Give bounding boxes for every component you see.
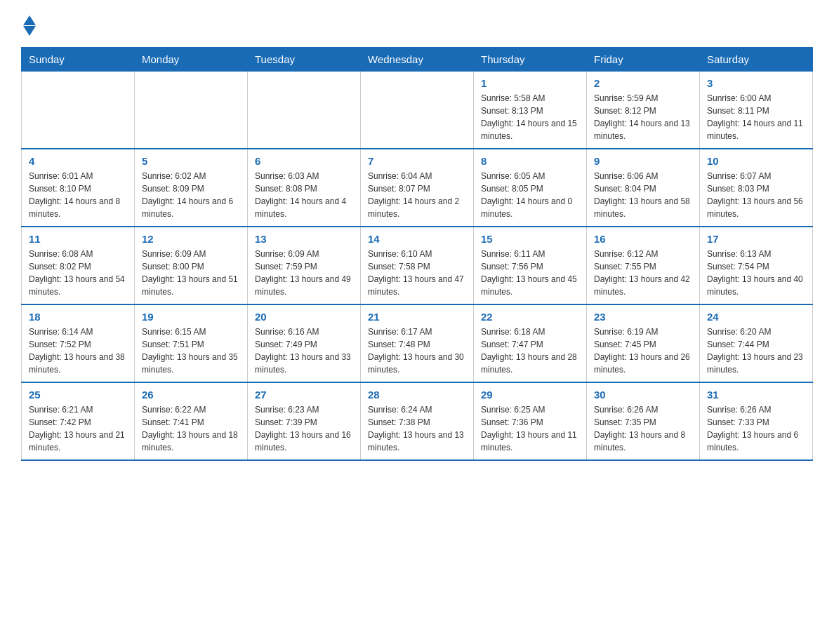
day-number: 10 (707, 155, 805, 167)
day-info: Sunrise: 6:03 AMSunset: 8:08 PMDaylight:… (255, 170, 353, 220)
day-info: Sunrise: 6:04 AMSunset: 8:07 PMDaylight:… (368, 170, 466, 220)
day-info: Sunrise: 6:07 AMSunset: 8:03 PMDaylight:… (707, 170, 805, 220)
day-number: 21 (368, 311, 466, 323)
weekday-header-wednesday: Wednesday (361, 48, 474, 72)
calendar-cell: 13Sunrise: 6:09 AMSunset: 7:59 PMDayligh… (248, 227, 361, 304)
day-info: Sunrise: 6:14 AMSunset: 7:52 PMDaylight:… (29, 326, 127, 376)
day-info: Sunrise: 6:21 AMSunset: 7:42 PMDaylight:… (29, 403, 127, 454)
day-number: 26 (142, 389, 240, 401)
day-number: 22 (481, 311, 579, 323)
day-info: Sunrise: 6:12 AMSunset: 7:55 PMDaylight:… (594, 248, 692, 298)
day-number: 5 (142, 155, 240, 167)
calendar-cell: 12Sunrise: 6:09 AMSunset: 8:00 PMDayligh… (135, 227, 248, 304)
calendar-cell: 20Sunrise: 6:16 AMSunset: 7:49 PMDayligh… (248, 304, 361, 382)
calendar-cell (248, 72, 361, 149)
weekday-header-row: SundayMondayTuesdayWednesdayThursdayFrid… (22, 48, 813, 72)
calendar-cell: 5Sunrise: 6:02 AMSunset: 8:09 PMDaylight… (135, 149, 248, 227)
logo (21, 14, 36, 36)
day-info: Sunrise: 6:09 AMSunset: 7:59 PMDaylight:… (255, 248, 353, 298)
weekday-header-friday: Friday (587, 48, 700, 72)
day-number: 24 (707, 311, 805, 323)
week-row-1: 1Sunrise: 5:58 AMSunset: 8:13 PMDaylight… (22, 72, 813, 149)
day-number: 12 (142, 233, 240, 245)
day-info: Sunrise: 6:20 AMSunset: 7:44 PMDaylight:… (707, 326, 805, 376)
calendar-cell: 31Sunrise: 6:26 AMSunset: 7:33 PMDayligh… (700, 382, 813, 460)
day-number: 29 (481, 389, 579, 401)
weekday-header-monday: Monday (135, 48, 248, 72)
calendar-cell: 30Sunrise: 6:26 AMSunset: 7:35 PMDayligh… (587, 382, 700, 460)
day-info: Sunrise: 6:24 AMSunset: 7:38 PMDaylight:… (368, 403, 466, 454)
day-number: 11 (29, 233, 127, 245)
day-number: 7 (368, 155, 466, 167)
calendar-cell: 8Sunrise: 6:05 AMSunset: 8:05 PMDaylight… (474, 149, 587, 227)
calendar-cell: 7Sunrise: 6:04 AMSunset: 8:07 PMDaylight… (361, 149, 474, 227)
day-number: 15 (481, 233, 579, 245)
day-info: Sunrise: 6:11 AMSunset: 7:56 PMDaylight:… (481, 248, 579, 298)
weekday-header-saturday: Saturday (700, 48, 813, 72)
day-number: 6 (255, 155, 353, 167)
day-info: Sunrise: 5:59 AMSunset: 8:12 PMDaylight:… (594, 92, 692, 142)
day-number: 1 (481, 77, 579, 89)
weekday-header-sunday: Sunday (22, 48, 135, 72)
day-info: Sunrise: 6:22 AMSunset: 7:41 PMDaylight:… (142, 403, 240, 454)
calendar-cell: 9Sunrise: 6:06 AMSunset: 8:04 PMDaylight… (587, 149, 700, 227)
calendar-cell: 26Sunrise: 6:22 AMSunset: 7:41 PMDayligh… (135, 382, 248, 460)
day-number: 3 (707, 77, 805, 89)
calendar-cell: 27Sunrise: 6:23 AMSunset: 7:39 PMDayligh… (248, 382, 361, 460)
calendar-cell: 15Sunrise: 6:11 AMSunset: 7:56 PMDayligh… (474, 227, 587, 304)
day-info: Sunrise: 6:17 AMSunset: 7:48 PMDaylight:… (368, 326, 466, 376)
calendar-cell: 24Sunrise: 6:20 AMSunset: 7:44 PMDayligh… (700, 304, 813, 382)
calendar-cell: 14Sunrise: 6:10 AMSunset: 7:58 PMDayligh… (361, 227, 474, 304)
day-number: 8 (481, 155, 579, 167)
calendar-cell (361, 72, 474, 149)
day-info: Sunrise: 5:58 AMSunset: 8:13 PMDaylight:… (481, 92, 579, 142)
calendar-table: SundayMondayTuesdayWednesdayThursdayFrid… (21, 47, 813, 461)
day-info: Sunrise: 6:25 AMSunset: 7:36 PMDaylight:… (481, 403, 579, 454)
calendar-cell: 2Sunrise: 5:59 AMSunset: 8:12 PMDaylight… (587, 72, 700, 149)
day-info: Sunrise: 6:00 AMSunset: 8:11 PMDaylight:… (707, 92, 805, 142)
day-info: Sunrise: 6:05 AMSunset: 8:05 PMDaylight:… (481, 170, 579, 220)
calendar-cell (22, 72, 135, 149)
day-number: 28 (368, 389, 466, 401)
calendar-cell: 11Sunrise: 6:08 AMSunset: 8:02 PMDayligh… (22, 227, 135, 304)
day-number: 17 (707, 233, 805, 245)
week-row-5: 25Sunrise: 6:21 AMSunset: 7:42 PMDayligh… (22, 382, 813, 460)
day-number: 25 (29, 389, 127, 401)
day-info: Sunrise: 6:19 AMSunset: 7:45 PMDaylight:… (594, 326, 692, 376)
week-row-4: 18Sunrise: 6:14 AMSunset: 7:52 PMDayligh… (22, 304, 813, 382)
weekday-header-thursday: Thursday (474, 48, 587, 72)
day-number: 30 (594, 389, 692, 401)
day-number: 13 (255, 233, 353, 245)
calendar-cell: 4Sunrise: 6:01 AMSunset: 8:10 PMDaylight… (22, 149, 135, 227)
day-number: 16 (594, 233, 692, 245)
day-number: 31 (707, 389, 805, 401)
calendar-cell (135, 72, 248, 149)
day-info: Sunrise: 6:09 AMSunset: 8:00 PMDaylight:… (142, 248, 240, 298)
day-info: Sunrise: 6:26 AMSunset: 7:33 PMDaylight:… (707, 403, 805, 454)
calendar-cell: 21Sunrise: 6:17 AMSunset: 7:48 PMDayligh… (361, 304, 474, 382)
page-header (21, 14, 813, 36)
day-info: Sunrise: 6:06 AMSunset: 8:04 PMDaylight:… (594, 170, 692, 220)
day-info: Sunrise: 6:18 AMSunset: 7:47 PMDaylight:… (481, 326, 579, 376)
day-number: 27 (255, 389, 353, 401)
day-number: 2 (594, 77, 692, 89)
day-info: Sunrise: 6:10 AMSunset: 7:58 PMDaylight:… (368, 248, 466, 298)
calendar-cell: 3Sunrise: 6:00 AMSunset: 8:11 PMDaylight… (700, 72, 813, 149)
calendar-cell: 1Sunrise: 5:58 AMSunset: 8:13 PMDaylight… (474, 72, 587, 149)
calendar-cell: 28Sunrise: 6:24 AMSunset: 7:38 PMDayligh… (361, 382, 474, 460)
calendar-cell: 23Sunrise: 6:19 AMSunset: 7:45 PMDayligh… (587, 304, 700, 382)
day-info: Sunrise: 6:23 AMSunset: 7:39 PMDaylight:… (255, 403, 353, 454)
weekday-header-tuesday: Tuesday (248, 48, 361, 72)
day-info: Sunrise: 6:13 AMSunset: 7:54 PMDaylight:… (707, 248, 805, 298)
day-info: Sunrise: 6:15 AMSunset: 7:51 PMDaylight:… (142, 326, 240, 376)
calendar-cell: 6Sunrise: 6:03 AMSunset: 8:08 PMDaylight… (248, 149, 361, 227)
day-info: Sunrise: 6:16 AMSunset: 7:49 PMDaylight:… (255, 326, 353, 376)
week-row-2: 4Sunrise: 6:01 AMSunset: 8:10 PMDaylight… (22, 149, 813, 227)
calendar-cell: 18Sunrise: 6:14 AMSunset: 7:52 PMDayligh… (22, 304, 135, 382)
week-row-3: 11Sunrise: 6:08 AMSunset: 8:02 PMDayligh… (22, 227, 813, 304)
day-info: Sunrise: 6:08 AMSunset: 8:02 PMDaylight:… (29, 248, 127, 298)
calendar-cell: 29Sunrise: 6:25 AMSunset: 7:36 PMDayligh… (474, 382, 587, 460)
calendar-cell: 16Sunrise: 6:12 AMSunset: 7:55 PMDayligh… (587, 227, 700, 304)
calendar-cell: 17Sunrise: 6:13 AMSunset: 7:54 PMDayligh… (700, 227, 813, 304)
day-info: Sunrise: 6:26 AMSunset: 7:35 PMDaylight:… (594, 403, 692, 454)
